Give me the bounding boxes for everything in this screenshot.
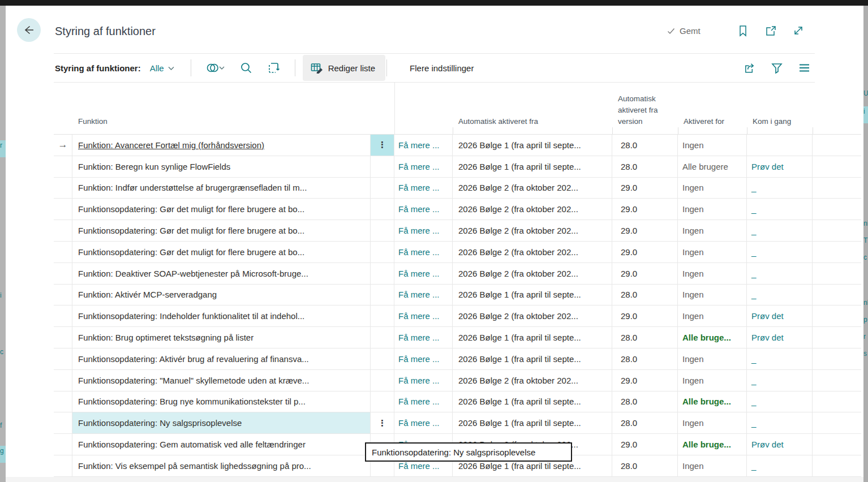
get-started-cell[interactable]: _ [747, 348, 813, 369]
get-started-cell[interactable]: _ [747, 199, 813, 220]
learn-more-cell[interactable]: Få mere ... [394, 263, 453, 284]
row-actions-cell[interactable]: ⋮ [371, 285, 394, 305]
col-header-auto-activated-version[interactable]: Automatisk aktiveret fra version [612, 82, 678, 134]
choose-columns-icon[interactable] [798, 62, 810, 74]
version-cell[interactable]: 29.0 [612, 242, 678, 262]
search-icon[interactable] [240, 62, 252, 74]
learn-more-cell[interactable]: Få mere ... [394, 370, 453, 391]
auto-activated-from-cell[interactable]: 2026 Bølge 2 (fra oktober 202... [453, 370, 612, 391]
table-row[interactable]: → Funktion: Brug optimeret tekstsøgning … [54, 327, 861, 348]
table-row[interactable]: → Funktionsopdatering: Ny salgsprisoplev… [54, 412, 861, 434]
auto-activated-from-cell[interactable]: 2026 Bølge 1 (fra april til septe... [453, 327, 612, 348]
table-row[interactable]: → Funktionsopdatering: Gør det muligt fo… [54, 199, 861, 220]
funktion-cell[interactable]: Funktion: Indfør understøttelse af bruge… [72, 178, 371, 199]
row-selector-cell[interactable]: → [54, 305, 72, 326]
version-cell[interactable]: 28.0 [612, 391, 678, 412]
table-row[interactable]: → Funktion: Beregn kun synlige FlowField… [54, 156, 861, 178]
table-row[interactable]: → Funktionsopdatering: Gør det muligt fo… [54, 242, 861, 263]
row-selector-cell[interactable]: → [54, 327, 72, 348]
get-started-cell[interactable] [747, 135, 813, 156]
analyze-icon[interactable] [267, 62, 280, 74]
auto-activated-from-cell[interactable]: 2026 Bølge 1 (fra april til septe... [453, 391, 612, 412]
table-row[interactable]: → Funktion: Deaktiver SOAP-webtjenester … [54, 263, 861, 285]
version-cell[interactable]: 29.0 [612, 434, 678, 455]
table-row[interactable]: → Funktionsopdatering: Brug nye kommunik… [54, 391, 861, 413]
funktion-cell[interactable]: Funktion: Beregn kun synlige FlowFields [72, 156, 371, 177]
row-actions-cell[interactable]: ⋮ [371, 135, 394, 156]
edit-list-button[interactable]: Rediger liste [303, 55, 385, 81]
row-selector-cell[interactable]: → [54, 242, 72, 262]
row-actions-cell[interactable]: ⋮ [371, 305, 394, 326]
get-started-cell[interactable]: Prøv det [747, 434, 813, 455]
open-in-new-window-icon[interactable] [764, 24, 777, 37]
activated-for-cell[interactable]: Ingen [678, 285, 747, 305]
table-row[interactable]: → Funktion: Aktivér MCP-serveradgang ⋮ F… [54, 285, 861, 306]
activated-for-cell[interactable]: Ingen [678, 263, 747, 284]
learn-more-cell[interactable]: Få mere ... [394, 327, 453, 348]
table-row[interactable]: → Funktionsopdatering: Gør det muligt fo… [54, 220, 861, 242]
row-actions-cell[interactable]: ⋮ [371, 391, 394, 412]
auto-activated-from-cell[interactable]: 2026 Bølge 1 (fra april til septe... [453, 135, 612, 156]
table-row[interactable]: → Funktion: Indfør understøttelse af bru… [54, 178, 861, 199]
funktion-cell[interactable]: Funktion: Aktivér MCP-serveradgang [72, 285, 371, 305]
learn-more-cell[interactable]: Få mere ... [394, 220, 453, 241]
activated-for-cell[interactable]: Alle bruge... [678, 327, 747, 348]
get-started-cell[interactable]: _ [747, 285, 813, 305]
activated-for-cell[interactable]: Alle bruge... [678, 434, 747, 455]
version-cell[interactable]: 28.0 [612, 412, 678, 433]
row-selector-cell[interactable]: → [54, 156, 72, 177]
version-cell[interactable]: 29.0 [612, 220, 678, 241]
funktion-cell[interactable]: Funktionsopdatering: Brug nye kommunikat… [72, 391, 371, 412]
learn-more-cell[interactable]: Få mere ... [394, 156, 453, 177]
share-icon[interactable] [744, 62, 756, 74]
row-actions-cell[interactable]: ⋮ [371, 348, 394, 369]
row-selector-cell[interactable]: → [54, 178, 72, 199]
row-selector-cell[interactable]: → [54, 263, 72, 284]
row-actions-cell[interactable]: ⋮ [371, 199, 394, 220]
funktion-cell[interactable]: Funktion: Avanceret Fortæl mig (forhånds… [72, 135, 371, 156]
table-row[interactable]: → Funktionsopdatering: "Manuel" skylleme… [54, 370, 861, 391]
row-actions-cell[interactable]: ⋮ [371, 220, 394, 241]
activated-for-cell[interactable]: Ingen [678, 455, 747, 476]
view-filter-dropdown[interactable]: Alle [150, 63, 175, 73]
learn-more-cell[interactable]: Få mere ... [394, 412, 453, 433]
get-started-cell[interactable]: _ [747, 455, 813, 476]
learn-more-cell[interactable]: Få mere ... [394, 285, 453, 305]
row-actions-cell[interactable]: ⋮ [371, 156, 394, 177]
more-options-button[interactable]: Flere indstillinger [410, 63, 474, 73]
row-actions-cell[interactable]: ⋮ [371, 412, 394, 433]
col-header-activated-for[interactable]: Aktiveret for [678, 82, 747, 134]
row-selector-cell[interactable]: → [54, 412, 72, 433]
copilot-menu-icon[interactable] [206, 62, 225, 74]
funktion-cell[interactable]: Funktion: Vis eksempel på semantisk ligh… [72, 455, 371, 476]
version-cell[interactable]: 29.0 [612, 305, 678, 326]
version-cell[interactable]: 28.0 [612, 285, 678, 305]
col-header-auto-activated-from[interactable]: Automatisk aktiveret fra [453, 82, 612, 134]
version-cell[interactable]: 29.0 [612, 178, 678, 199]
learn-more-cell[interactable]: Få mere ... [394, 242, 453, 262]
funktion-cell[interactable]: Funktionsopdatering: Gem automatisk ved … [72, 434, 371, 455]
activated-for-cell[interactable]: Ingen [678, 242, 747, 262]
auto-activated-from-cell[interactable]: 2026 Bølge 1 (fra april til septe... [453, 156, 612, 177]
version-cell[interactable]: 28.0 [612, 135, 678, 156]
col-header-funktion[interactable]: Funktion [72, 82, 371, 134]
back-button[interactable] [17, 18, 41, 42]
funktion-cell[interactable]: Funktionsopdatering: Gør det muligt for … [72, 220, 371, 241]
get-started-cell[interactable]: _ [747, 220, 813, 241]
version-cell[interactable]: 28.0 [612, 348, 678, 369]
row-selector-cell[interactable]: → [54, 391, 72, 412]
row-actions-cell[interactable]: ⋮ [371, 242, 394, 262]
row-selector-cell[interactable]: → [54, 370, 72, 391]
activated-for-cell[interactable]: Ingen [678, 199, 747, 220]
activated-for-cell[interactable]: Ingen [678, 178, 747, 199]
activated-for-cell[interactable]: Alle brugere [678, 156, 747, 177]
table-row[interactable]: → Funktionsopdatering: Aktivér brug af r… [54, 348, 861, 370]
version-cell[interactable]: 29.0 [612, 199, 678, 220]
get-started-cell[interactable]: _ [747, 370, 813, 391]
row-actions-cell[interactable]: ⋮ [371, 178, 394, 199]
version-cell[interactable]: 28.0 [612, 156, 678, 177]
get-started-cell[interactable]: _ [747, 412, 813, 433]
funktion-cell[interactable]: Funktion: Brug optimeret tekstsøgning på… [72, 327, 371, 348]
auto-activated-from-cell[interactable]: 2026 Bølge 2 (fra oktober 202... [453, 242, 612, 262]
row-selector-cell[interactable]: → [54, 199, 72, 220]
